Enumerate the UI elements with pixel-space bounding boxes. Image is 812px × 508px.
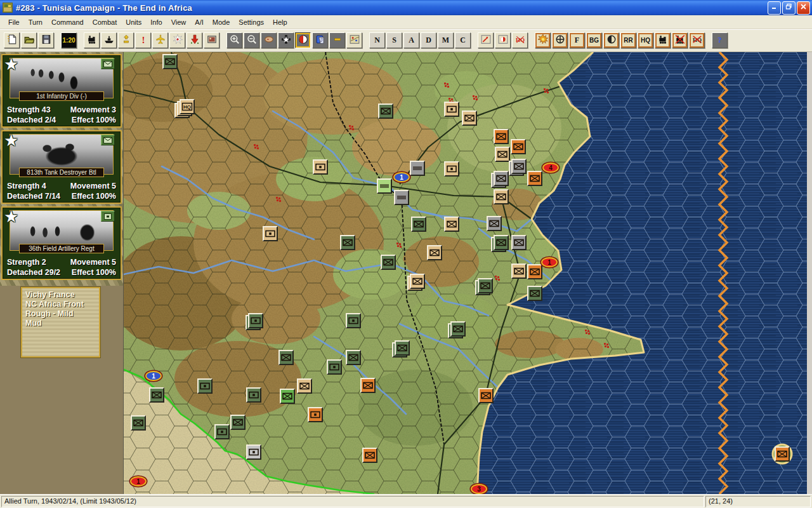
unit-panel-3[interactable]: ★36th Field Artillery RegtStrength 2Move… — [1, 206, 122, 280]
scenario-picture-button[interactable] — [204, 32, 219, 48]
menu-help[interactable]: Help — [268, 17, 292, 28]
jump-map-button[interactable] — [346, 32, 362, 48]
unit-counter[interactable] — [494, 189, 509, 204]
close-button[interactable] — [797, 1, 810, 15]
unit-counter[interactable] — [197, 378, 213, 394]
arrivals-button[interactable] — [187, 32, 202, 48]
objective-marker[interactable]: 1 — [392, 171, 411, 184]
menu-units[interactable]: Units — [121, 17, 146, 28]
unit-counter[interactable] — [511, 264, 527, 279]
rail-movement-button[interactable] — [84, 32, 100, 48]
unit-counter[interactable] — [444, 217, 459, 232]
unit-counter[interactable] — [131, 415, 146, 431]
unit-counter[interactable] — [263, 226, 278, 241]
unit-counter[interactable] — [377, 178, 392, 194]
bombardment-button[interactable] — [495, 32, 511, 48]
unit-counter[interactable] — [487, 216, 502, 231]
title-bar[interactable]: #283 - Tunisia Campaign - The End in Afr… — [0, 0, 812, 15]
unit-bases-button[interactable] — [261, 32, 277, 48]
unit-counter[interactable] — [478, 388, 494, 403]
objective-marker[interactable]: 1 — [129, 475, 148, 488]
menu-view[interactable]: View — [167, 17, 191, 28]
map-viewport[interactable]: HQ141113 — [124, 52, 807, 494]
menu-file[interactable]: File — [4, 17, 24, 28]
zoom-in-button[interactable] — [226, 32, 242, 48]
unit-counter[interactable] — [346, 313, 361, 328]
unit-counter[interactable] — [230, 415, 246, 430]
unit-counter[interactable] — [214, 424, 230, 439]
headquarters-button[interactable]: HQ — [638, 32, 653, 48]
orders-button[interactable] — [312, 32, 328, 48]
envelope-icon[interactable] — [101, 58, 115, 69]
unit-counter[interactable] — [775, 446, 790, 462]
air-strike-button[interactable] — [169, 32, 185, 48]
menu-mode[interactable]: Mode — [208, 17, 235, 28]
unit-counter[interactable] — [494, 129, 509, 144]
unit-counter[interactable] — [308, 407, 323, 422]
unit-counter[interactable] — [246, 387, 261, 403]
unit-counter[interactable] — [394, 190, 409, 205]
unit-counter[interactable] — [462, 110, 477, 126]
unit-counter[interactable] — [346, 350, 361, 365]
naval-movement-button[interactable] — [101, 32, 117, 48]
mode-m-button[interactable]: M — [438, 32, 454, 48]
unit-counter[interactable] — [410, 274, 425, 289]
unit-counter[interactable] — [444, 161, 459, 177]
fortifications-button[interactable]: F — [569, 32, 585, 48]
unit-panel-1[interactable]: ★1st Infantry Div (-)Strength 43Movement… — [1, 54, 122, 128]
battlegroups-button[interactable]: BG — [586, 32, 602, 48]
unit-counter[interactable] — [495, 147, 510, 162]
air-mission-button[interactable] — [152, 32, 168, 48]
hq-losses-button[interactable]: HQ — [689, 32, 705, 48]
save-button[interactable] — [38, 32, 54, 48]
zoom-out-button[interactable] — [244, 32, 259, 48]
objective-marker[interactable]: 4 — [541, 161, 560, 174]
objectives-button[interactable] — [552, 32, 568, 48]
objective-marker[interactable]: 3 — [469, 483, 488, 494]
envelope-icon[interactable] — [101, 135, 115, 145]
new-scenario-button[interactable] — [4, 32, 20, 48]
rail-units-button[interactable] — [655, 32, 671, 48]
unit-counter[interactable] — [511, 159, 527, 174]
unit-counter[interactable] — [162, 54, 178, 69]
mode-s-button[interactable]: S — [386, 32, 402, 48]
unit-counter[interactable] — [149, 387, 164, 403]
air-recon-button[interactable] — [478, 32, 494, 48]
unit-counter[interactable] — [360, 378, 376, 393]
minimize-button[interactable] — [768, 1, 781, 15]
menu-combat[interactable]: Combat — [88, 17, 122, 28]
mode-c-button[interactable]: C — [455, 32, 471, 48]
unit-counter[interactable] — [246, 444, 261, 460]
objective-marker[interactable]: 1 — [540, 256, 559, 269]
open-scenario-button[interactable] — [21, 32, 37, 48]
visibility-button[interactable] — [603, 32, 619, 48]
unit-counter[interactable] — [381, 255, 396, 270]
unit-counter[interactable] — [411, 217, 426, 232]
unit-panel-2[interactable]: ★813th Tank Destroyer BtlStrength 4Movem… — [1, 130, 122, 204]
unit-counter[interactable] — [427, 245, 442, 260]
unit-counter[interactable] — [278, 350, 294, 365]
mode-a-button[interactable]: A — [403, 32, 419, 48]
unit-markers-button[interactable] — [278, 32, 294, 48]
help-button[interactable]: ? — [712, 32, 728, 48]
menu-settings[interactable]: Settings — [234, 17, 268, 28]
raise-lower-button[interactable] — [118, 32, 134, 48]
objective-marker[interactable]: 1 — [144, 370, 163, 382]
unit-counter[interactable] — [313, 159, 328, 175]
menu-turn[interactable]: Turn — [24, 17, 47, 28]
supply-alert-button[interactable]: ! — [135, 32, 151, 48]
detach-box-icon[interactable] — [101, 211, 115, 222]
mode-n-button[interactable]: N — [369, 32, 385, 48]
unit-counter[interactable] — [340, 235, 355, 250]
mode-d-button[interactable]: D — [421, 32, 436, 48]
restore-button[interactable] — [782, 1, 796, 15]
menu-command[interactable]: Command — [47, 17, 88, 28]
unit-counter[interactable] — [527, 286, 542, 301]
map-scale-button[interactable]: 1:20 — [61, 32, 77, 48]
unit-counter[interactable] — [410, 161, 425, 176]
unit-counter[interactable] — [450, 321, 466, 337]
highlight-button[interactable] — [329, 32, 345, 48]
unit-counter[interactable] — [444, 102, 459, 117]
unit-counter[interactable] — [494, 235, 509, 250]
unit-counter[interactable] — [362, 448, 377, 463]
